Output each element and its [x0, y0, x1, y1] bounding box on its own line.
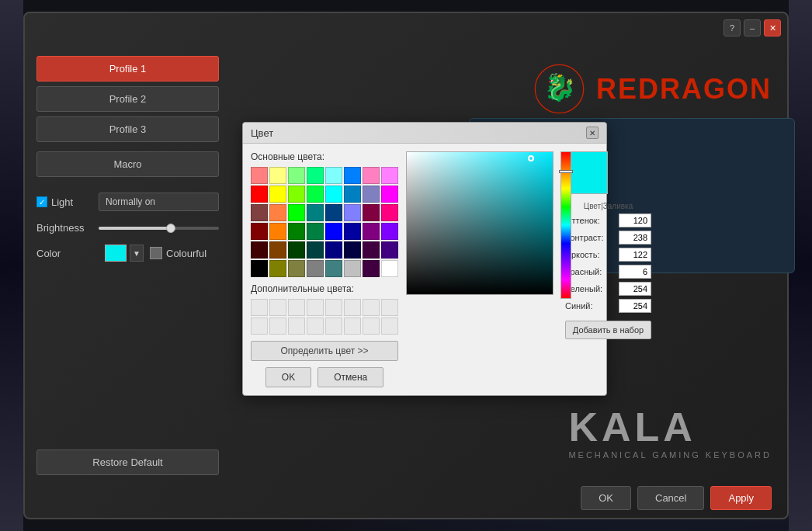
- additional-color-cell[interactable]: [251, 299, 268, 316]
- additional-color-cell[interactable]: [251, 318, 268, 335]
- minimize-button[interactable]: –: [744, 19, 761, 36]
- color-swatch-cell[interactable]: [344, 186, 361, 203]
- color-swatch-cell[interactable]: [288, 223, 305, 240]
- color-swatch-cell[interactable]: [307, 167, 324, 184]
- additional-color-cell[interactable]: [288, 318, 305, 335]
- color-swatch-cell[interactable]: [344, 223, 361, 240]
- color-swatch-cell[interactable]: [363, 186, 380, 203]
- color-swatch-cell[interactable]: [269, 204, 286, 221]
- color-dropdown-arrow[interactable]: ▼: [130, 245, 144, 262]
- additional-color-cell[interactable]: [325, 299, 342, 316]
- color-swatch-cell[interactable]: [307, 241, 324, 259]
- color-swatch-cell[interactable]: [288, 186, 305, 203]
- additional-color-cell[interactable]: [269, 318, 286, 335]
- apply-button[interactable]: Apply: [710, 486, 772, 510]
- color-swatch-cell[interactable]: [344, 204, 361, 221]
- color-swatch-cell[interactable]: [344, 260, 361, 277]
- red-input[interactable]: [619, 265, 651, 279]
- hue-slider: [559, 170, 573, 173]
- blue-input[interactable]: [619, 299, 651, 313]
- color-swatch-cell[interactable]: [288, 241, 305, 259]
- green-input[interactable]: [619, 282, 651, 296]
- brightness-slider[interactable]: [99, 227, 219, 230]
- color-swatch-cell[interactable]: [251, 204, 268, 221]
- color-swatch-cell[interactable]: [363, 241, 380, 259]
- restore-default-button[interactable]: Restore Default: [36, 449, 219, 475]
- color-swatch-cell[interactable]: [381, 204, 398, 221]
- color-swatch[interactable]: [105, 245, 127, 262]
- additional-color-cell[interactable]: [363, 318, 380, 335]
- dialog-ok-button[interactable]: OK: [265, 367, 311, 387]
- light-mode-dropdown[interactable]: Normally on: [99, 193, 219, 211]
- profile2-button[interactable]: Profile 2: [36, 86, 219, 112]
- additional-color-cell[interactable]: [307, 299, 324, 316]
- colorful-checkbox[interactable]: Colourful: [150, 247, 206, 259]
- color-swatch-cell[interactable]: [325, 223, 342, 240]
- help-button[interactable]: ?: [724, 19, 741, 36]
- color-swatch-cell[interactable]: [363, 223, 380, 240]
- profile1-button[interactable]: Profile 1: [36, 56, 219, 82]
- color-swatch-cell[interactable]: [269, 167, 286, 184]
- color-swatch-cell[interactable]: [288, 204, 305, 221]
- color-swatch-cell[interactable]: [269, 260, 286, 277]
- color-swatch-cell[interactable]: [325, 260, 342, 277]
- brand-name: REDRAGON: [596, 73, 772, 106]
- additional-color-cell[interactable]: [344, 299, 361, 316]
- hue-input[interactable]: [619, 213, 651, 227]
- color-swatch-cell[interactable]: [363, 167, 380, 184]
- color-swatch-cell[interactable]: [381, 241, 398, 259]
- contrast-input[interactable]: [619, 231, 651, 245]
- color-swatch-cell[interactable]: [269, 223, 286, 240]
- additional-color-cell[interactable]: [381, 299, 398, 316]
- color-swatch-cell[interactable]: [251, 167, 268, 184]
- additional-color-cell[interactable]: [381, 318, 398, 335]
- color-swatch-cell[interactable]: [288, 260, 305, 277]
- color-swatch-cell[interactable]: [307, 223, 324, 240]
- color-swatch-cell[interactable]: [325, 204, 342, 221]
- dialog-close-button[interactable]: ✕: [586, 127, 599, 139]
- title-bar: ? – ✕: [724, 19, 781, 36]
- color-swatch-cell[interactable]: [251, 223, 268, 240]
- dialog-cancel-button[interactable]: Отмена: [318, 367, 383, 387]
- red-field-label: Красный:: [565, 267, 616, 276]
- brightness-row: Brightness: [36, 222, 219, 234]
- color-swatch-cell[interactable]: [269, 186, 286, 203]
- additional-color-cell[interactable]: [363, 299, 380, 316]
- color-swatch-cell[interactable]: [381, 167, 398, 184]
- add-to-set-button[interactable]: Добавить в набор: [565, 321, 651, 339]
- color-swatch-cell[interactable]: [344, 241, 361, 259]
- additional-color-cell[interactable]: [288, 299, 305, 316]
- ok-button[interactable]: OK: [581, 486, 631, 510]
- color-swatch-cell[interactable]: [381, 260, 398, 277]
- color-swatch-cell[interactable]: [251, 241, 268, 259]
- brightness2-input[interactable]: [619, 248, 651, 262]
- color-swatch-cell[interactable]: [269, 241, 286, 259]
- color-swatch-cell[interactable]: [325, 241, 342, 259]
- define-color-button[interactable]: Определить цвет >>: [251, 341, 398, 361]
- color-swatch-cell[interactable]: [381, 186, 398, 203]
- additional-color-cell[interactable]: [269, 299, 286, 316]
- color-swatch-cell[interactable]: [363, 204, 380, 221]
- color-swatch-cell[interactable]: [344, 167, 361, 184]
- color-spectrum[interactable]: [406, 151, 553, 295]
- color-swatch-cell[interactable]: [307, 260, 324, 277]
- color-swatch-cell[interactable]: [325, 167, 342, 184]
- profile3-button[interactable]: Profile 3: [36, 116, 219, 142]
- color-swatch-cell[interactable]: [251, 186, 268, 203]
- color-swatch-cell[interactable]: [325, 186, 342, 203]
- color-swatch-cell[interactable]: [251, 260, 268, 277]
- additional-color-cell[interactable]: [344, 318, 361, 335]
- color-swatch-cell[interactable]: [381, 223, 398, 240]
- macro-button[interactable]: Macro: [36, 151, 219, 177]
- light-checkbox-label[interactable]: ✓ Light: [36, 196, 99, 208]
- color-swatch-cell[interactable]: [307, 186, 324, 203]
- close-button[interactable]: ✕: [764, 19, 781, 36]
- color-swatch-cell[interactable]: [363, 260, 380, 277]
- color-swatch-cell[interactable]: [288, 167, 305, 184]
- additional-color-cell[interactable]: [307, 318, 324, 335]
- light-checkbox[interactable]: ✓: [36, 196, 47, 207]
- cancel-button[interactable]: Cancel: [637, 486, 704, 510]
- hue-bar[interactable]: [560, 151, 571, 299]
- additional-color-cell[interactable]: [325, 318, 342, 335]
- color-swatch-cell[interactable]: [307, 204, 324, 221]
